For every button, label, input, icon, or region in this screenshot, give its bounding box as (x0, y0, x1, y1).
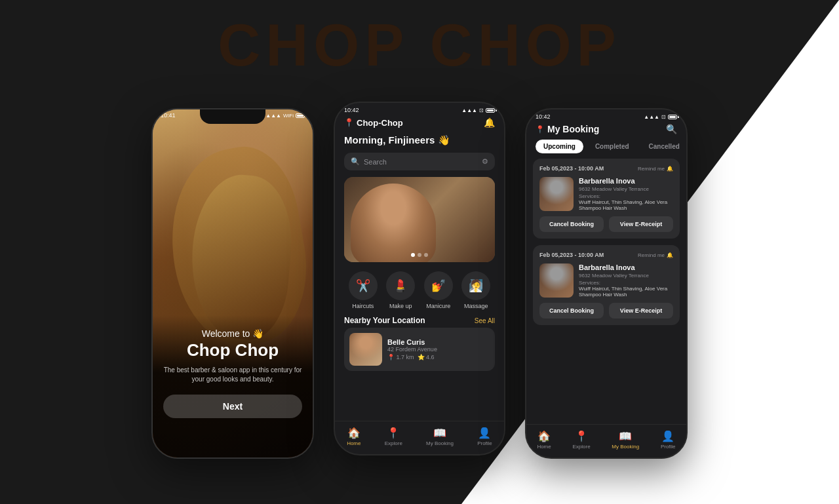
haircuts-label: Haircuts (352, 303, 374, 309)
phone2-app-name: Chop-Chop (357, 118, 403, 128)
see-all-link[interactable]: See All (475, 317, 495, 324)
manicure-label: Manicure (426, 303, 450, 309)
booking-actions-2: Cancel Booking View E-Receipt (539, 303, 673, 319)
service-haircuts[interactable]: ✂️ Haircuts (349, 271, 378, 309)
booking-thumbnail-1 (539, 177, 574, 211)
greeting-text: Morning, Finjineers 👋 (335, 132, 504, 149)
search-icon-3[interactable]: 🔍 (666, 124, 677, 134)
explore-icon-3: 📍 (575, 430, 588, 442)
next-button[interactable]: Next (163, 395, 302, 418)
nav-home[interactable]: 🏠 Home (347, 427, 361, 446)
booking-info-row-2: Barbarella Inova 9632 Meadow Valley Terr… (539, 263, 673, 298)
booking-date-1: Feb 05,2023 - 10:00 AM (539, 165, 604, 172)
mybooking-icon: 📖 (433, 427, 446, 439)
booking-date-row-2: Feb 05,2023 - 10:00 AM Remind me 🔔 (539, 252, 673, 258)
location-icon-3: 📍 (536, 125, 545, 134)
bookings-list: Feb 05,2023 - 10:00 AM Remind me 🔔 Barba… (526, 159, 686, 420)
cancel-booking-btn-2[interactable]: Cancel Booking (539, 303, 604, 319)
explore-icon: 📍 (387, 427, 400, 439)
phone2-inner: 10:42 ▲▲▲ ⊡ 📍 Chop-Chop 🔔 Morning, Finji… (335, 103, 504, 454)
search-bar[interactable]: 🔍 Search ⚙ (344, 153, 495, 170)
nav3-profile[interactable]: 👤 Profile (661, 430, 676, 450)
phone1-status: 10:41 ▲▲▲ WiFi (161, 112, 305, 119)
salon-address: 42 Fordem Avenue (387, 346, 490, 353)
salon-name: Belle Curis (387, 338, 490, 346)
phone1-app-name: Chop Chop (163, 340, 302, 360)
booking-services-label-1: Services: (579, 193, 673, 199)
phone1-tagline: The best barber & saloon app in this cen… (163, 366, 302, 384)
booking-name-2: Barbarella Inova (579, 263, 673, 271)
profile-icon-3: 👤 (661, 430, 674, 442)
nav-mybooking[interactable]: 📖 My Booking (426, 427, 454, 446)
phone3-header: 📍 My Booking 🔍 (526, 121, 686, 140)
manicure-icon: 💅 (424, 271, 453, 300)
phone3-status-icons: ▲▲▲ ⊡ (644, 114, 677, 120)
dot-3 (424, 253, 428, 257)
remind-me-1[interactable]: Remind me 🔔 (638, 166, 673, 172)
hero-person (351, 184, 436, 262)
service-makeup[interactable]: 💄 Make up (386, 271, 415, 309)
nav3-mybooking[interactable]: 📖 My Booking (612, 430, 639, 450)
phone2-status-icons: ▲▲▲ ⊡ (461, 107, 495, 113)
search-icon: 🔍 (351, 157, 360, 166)
service-massage[interactable]: 🧖 Massage (461, 271, 490, 309)
nav3-home[interactable]: 🏠 Home (537, 430, 551, 450)
nav-explore[interactable]: 📍 Explore (385, 427, 402, 446)
booking-services-label-2: Services: (579, 280, 673, 286)
booking-date-2: Feb 05,2023 - 10:00 AM (539, 252, 604, 258)
filter-icon[interactable]: ⚙ (482, 157, 488, 166)
view-receipt-btn-1[interactable]: View E-Receipt (609, 216, 673, 232)
battery-icon (296, 113, 305, 118)
makeup-label: Make up (389, 303, 412, 309)
booking-details-2: Barbarella Inova 9632 Meadow Valley Terr… (579, 263, 673, 298)
salon-distance: 1.7 km (397, 354, 414, 360)
salon-card[interactable]: Belle Curis 42 Fordem Avenue 📍 1.7 km ⭐ … (344, 328, 495, 371)
booking-actions-1: Cancel Booking View E-Receipt (539, 216, 673, 232)
phone1-hero-image: Welcome to 👋 Chop Chop The best barber &… (153, 109, 313, 457)
hero-image (344, 177, 495, 262)
service-manicure[interactable]: 💅 Manicure (424, 271, 453, 309)
booking-card-2: Feb 05,2023 - 10:00 AM Remind me 🔔 Barba… (533, 245, 680, 325)
phone3-inner: 10:42 ▲▲▲ ⊡ 📍 My Booking 🔍 Upcoming Comp… (526, 109, 686, 457)
phone1-time: 10:41 (161, 112, 176, 119)
welcome-text: Welcome to 👋 (163, 328, 302, 339)
dot-1 (411, 253, 415, 257)
salon-image (349, 333, 382, 366)
remind-icon-2: 🔔 (667, 252, 673, 258)
explore-label-3: Explore (572, 444, 590, 450)
carousel-dots (411, 253, 428, 257)
booking-card-1: Feb 05,2023 - 10:00 AM Remind me 🔔 Barba… (533, 159, 680, 239)
view-receipt-btn-2[interactable]: View E-Receipt (609, 303, 673, 319)
cancel-booking-btn-1[interactable]: Cancel Booking (539, 216, 604, 232)
notification-icon[interactable]: 🔔 (484, 117, 495, 128)
phone-2: 10:42 ▲▲▲ ⊡ 📍 Chop-Chop 🔔 Morning, Finji… (334, 102, 505, 456)
tab-completed[interactable]: Completed (587, 140, 637, 153)
phone-1: 10:41 ▲▲▲ WiFi Welcome to 👋 Chop Chop Th… (151, 108, 314, 459)
phone2-time: 10:42 (344, 107, 359, 113)
tab-upcoming[interactable]: Upcoming (536, 140, 583, 153)
profile-label-3: Profile (661, 444, 676, 450)
nav3-explore[interactable]: 📍 Explore (572, 430, 590, 450)
nav-profile[interactable]: 👤 Profile (477, 427, 492, 446)
remind-me-2[interactable]: Remind me 🔔 (638, 252, 673, 258)
phone3-time: 10:42 (536, 113, 551, 120)
phone2-bottom-nav: 🏠 Home 📍 Explore 📖 My Booking 👤 Profile (335, 421, 504, 454)
search-placeholder: Search (364, 158, 387, 166)
massage-icon: 🧖 (461, 271, 490, 300)
booking-address-1: 9632 Meadow Valley Terrance (579, 186, 673, 192)
app-title-bar: CHOP CHOP (0, 12, 839, 79)
mybooking-title-text: My Booking (547, 124, 599, 134)
battery-icon-3 (668, 115, 677, 119)
phone3-bottom-nav: 🏠 Home 📍 Explore 📖 My Booking 👤 Profile (526, 424, 686, 457)
home-label: Home (347, 440, 361, 446)
remind-icon: 🔔 (667, 166, 673, 172)
mybooking-label: My Booking (426, 440, 454, 446)
booking-thumbnail-2 (539, 263, 574, 298)
dot-2 (418, 253, 421, 257)
phone2-header-left: 📍 Chop-Chop (344, 118, 403, 128)
tab-cancelled[interactable]: Cancelled (641, 140, 686, 153)
mybooking-icon-3: 📖 (619, 430, 632, 442)
makeup-icon: 💄 (386, 271, 415, 300)
salon-rating: 4.6 (426, 354, 435, 360)
home-label-3: Home (537, 444, 551, 450)
